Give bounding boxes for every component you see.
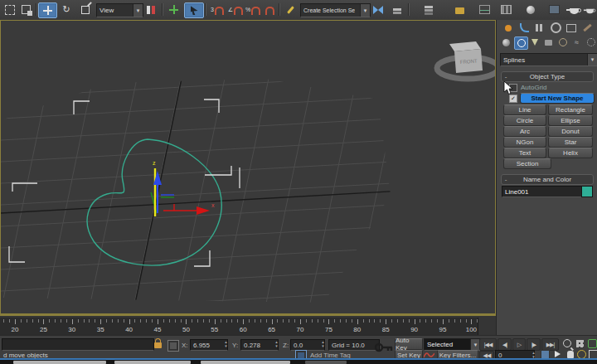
timeline-tick — [409, 319, 410, 323]
keyboard-override-toggle[interactable] — [184, 2, 204, 18]
category-cameras[interactable] — [542, 36, 555, 48]
tab-display[interactable] — [565, 22, 578, 34]
3ds-max-window: ↻ View ▾ 3 ∠ % Create Selection Se ▾ — [0, 0, 597, 364]
text-button[interactable]: Text — [503, 148, 546, 158]
set-keys-key-icon[interactable] — [375, 342, 393, 353]
category-space-warps[interactable]: ≈ — [570, 36, 583, 48]
selection-set-time-dropdown[interactable]: Selected ▾ — [424, 338, 481, 351]
curve-editor-button[interactable] — [476, 2, 493, 17]
shapes-icon — [517, 39, 526, 47]
helix-button[interactable]: Helix — [548, 148, 593, 158]
object-color-swatch[interactable] — [581, 186, 593, 197]
section-button[interactable]: Section — [503, 158, 551, 169]
previous-frame-button[interactable]: ◀| — [498, 338, 512, 351]
y-spinner[interactable]: ▴▾ — [274, 340, 279, 348]
category-geometry[interactable] — [500, 36, 512, 48]
selection-lock-icon[interactable] — [154, 342, 162, 348]
layer-manager-button[interactable] — [420, 2, 437, 17]
arc-button[interactable]: Arc — [503, 126, 546, 137]
tab-hierarchy[interactable] — [533, 22, 546, 34]
z-spinner[interactable]: ▴▾ — [320, 340, 326, 348]
tab-create[interactable] — [502, 22, 515, 34]
render-iterative-button[interactable] — [583, 2, 597, 17]
rectangle-button[interactable]: Rectangle — [548, 104, 593, 115]
reference-coordinate-dropdown[interactable]: View ▾ — [96, 3, 143, 17]
go-to-start-button[interactable]: |◀◀ — [479, 338, 497, 351]
name-color-rollout-header[interactable]: - Name and Color — [501, 174, 594, 185]
percent-snap-button[interactable]: % — [245, 2, 261, 17]
material-editor-button[interactable] — [522, 2, 539, 17]
modify-tab-icon — [520, 23, 529, 32]
category-lights[interactable] — [528, 36, 541, 48]
timeline-tick — [78, 319, 79, 323]
render-setup-button[interactable] — [546, 2, 562, 17]
angle-snap-button[interactable]: ∠ — [227, 2, 244, 17]
window-crossing-icon[interactable] — [18, 2, 34, 17]
timeline-tick — [84, 319, 85, 323]
hammer-icon — [583, 24, 591, 32]
line-button[interactable]: Line — [503, 104, 546, 115]
toolbar-separator — [279, 3, 280, 16]
timeline-tick — [294, 319, 295, 323]
viewcube[interactable]: FRONT — [437, 41, 495, 79]
viewport-canvas: z x FRONT — [1, 21, 495, 313]
select-move-button[interactable] — [38, 2, 57, 18]
perspective-viewport[interactable]: z x FRONT — [0, 20, 496, 314]
snap-toggle-button[interactable]: 3 — [208, 2, 226, 17]
bottom-strip-block — [305, 361, 347, 364]
tab-motion[interactable] — [549, 22, 562, 34]
mirror-button[interactable] — [370, 2, 386, 17]
edit-named-selection-sets-button[interactable] — [282, 2, 298, 17]
timeline-tick — [306, 319, 307, 323]
category-shapes[interactable] — [514, 36, 528, 50]
timeline-frame-label: 35 — [97, 326, 104, 333]
start-new-shape-button[interactable]: Start New Shape — [520, 93, 595, 104]
shape-type-dropdown[interactable]: Splines ▾ — [500, 53, 597, 66]
ellipse-button[interactable]: Ellipse — [548, 115, 593, 126]
timeline-tick — [163, 319, 164, 323]
timeline-tick — [443, 319, 444, 324]
object-name-field[interactable]: Line001 — [502, 186, 583, 197]
lights-icon — [531, 39, 538, 46]
align-icon — [393, 8, 401, 11]
rect-selection-region-icon[interactable] — [2, 2, 17, 17]
x-spinner[interactable]: ▴▾ — [223, 340, 229, 348]
timeline-tick — [118, 319, 119, 323]
zoom-all-button[interactable] — [575, 338, 585, 348]
tab-utilities[interactable] — [580, 22, 594, 34]
category-helpers[interactable] — [556, 36, 569, 48]
absolute-mode-toggle[interactable] — [167, 340, 179, 352]
select-rotate-button[interactable]: ↻ — [58, 2, 75, 17]
scale-icon — [81, 6, 90, 14]
timeline-tick — [9, 319, 10, 323]
timeline-tick — [369, 319, 370, 323]
start-new-shape-checkbox[interactable]: ✓ — [509, 95, 517, 103]
schematic-view-button[interactable] — [498, 2, 514, 17]
render-production-button[interactable] — [565, 2, 582, 17]
next-frame-button[interactable]: |▶ — [527, 338, 541, 351]
pivot-point-center-button[interactable] — [143, 2, 159, 17]
donut-button[interactable]: Donut — [548, 126, 593, 137]
timeline-frame-label: 95 — [439, 326, 447, 333]
object-type-rollout-header[interactable]: - Object Type — [501, 71, 594, 82]
ngon-button[interactable]: NGon — [503, 137, 546, 148]
spinner-snap-button[interactable] — [262, 2, 277, 17]
graphite-toggle-button[interactable] — [451, 2, 468, 17]
move-gizmo[interactable]: z x — [151, 160, 215, 216]
category-systems[interactable] — [585, 36, 597, 48]
select-scale-button[interactable] — [77, 2, 94, 17]
star-button[interactable]: Star — [548, 137, 593, 148]
tab-modify[interactable] — [517, 22, 531, 34]
named-selection-set-dropdown[interactable]: Create Selection Se ▾ — [300, 3, 371, 17]
align-button[interactable] — [388, 2, 405, 17]
timeline-ruler[interactable]: 20253035404550556065707580859095100 — [0, 318, 478, 335]
zoom-extents-button[interactable] — [587, 338, 597, 348]
auto-key-button[interactable]: Auto Key — [395, 338, 423, 350]
select-manipulate-button[interactable] — [165, 2, 182, 17]
circle-button[interactable]: Circle — [503, 115, 546, 126]
play-button[interactable]: ▷ — [512, 338, 526, 351]
zoom-button[interactable] — [561, 338, 572, 348]
timeline-tick — [243, 319, 244, 324]
timeline-frame-label: 90 — [410, 326, 418, 333]
maxscript-mini-listener[interactable] — [2, 338, 154, 351]
